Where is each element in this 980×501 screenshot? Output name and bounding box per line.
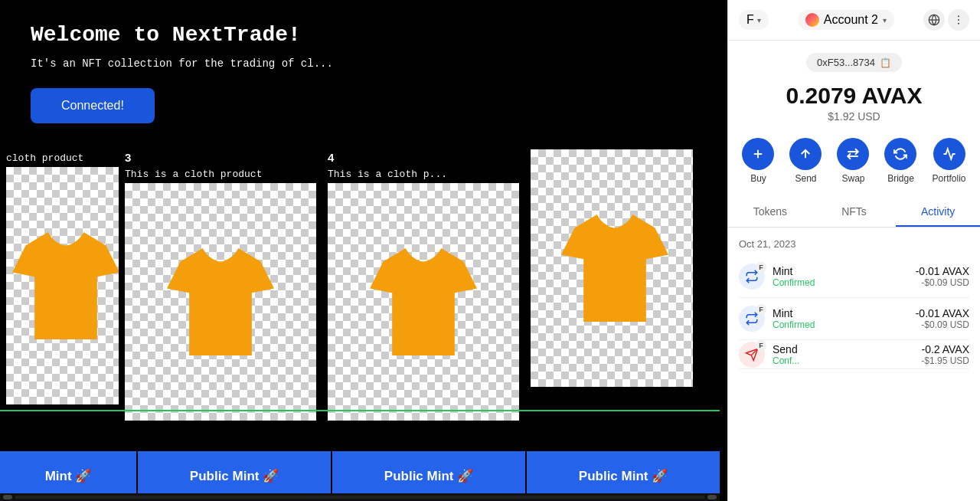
send-label: Send bbox=[795, 173, 816, 184]
swap-button[interactable] bbox=[837, 138, 869, 170]
mint-1-name: Mint bbox=[773, 265, 916, 277]
wallet-account-selector[interactable]: Account 2 ▾ bbox=[798, 10, 894, 30]
mint-2-info: Mint Confirmed bbox=[773, 307, 916, 330]
wallet-body: 0xF53...8734 📋 0.2079 AVAX $1.92 USD Buy bbox=[728, 41, 980, 501]
nft-card-2: 3 This is a cloth product bbox=[119, 149, 322, 421]
send-usd: -$1.95 USD bbox=[921, 355, 969, 366]
send-icon: F bbox=[739, 342, 765, 368]
tab-tokens[interactable]: Tokens bbox=[728, 198, 812, 227]
mint-2-usd: -$0.09 USD bbox=[916, 319, 969, 330]
connected-button[interactable]: Connected! bbox=[31, 88, 155, 123]
nft-card-2-number: 3 bbox=[119, 149, 322, 165]
buy-label: Buy bbox=[750, 173, 766, 184]
nft-card-1-label: cloth product bbox=[0, 149, 119, 167]
activity-section: Oct 21, 2023 F Mint Confirmed bbox=[728, 228, 980, 369]
nft-card-3-label: This is a cloth p... bbox=[322, 165, 524, 183]
mint-1-badge: F bbox=[756, 262, 766, 273]
bridge-label: Bridge bbox=[887, 173, 914, 184]
activity-date: Oct 21, 2023 bbox=[739, 228, 969, 256]
send-amount: -0.2 AVAX -$1.95 USD bbox=[921, 343, 969, 366]
bridge-button[interactable] bbox=[884, 138, 916, 170]
send-button[interactable] bbox=[789, 138, 822, 170]
wallet-network-selector[interactable]: F ▾ bbox=[739, 10, 769, 30]
balance-usd: $1.92 USD bbox=[786, 110, 923, 123]
nft-card-2-label: This is a cloth product bbox=[119, 165, 322, 183]
activity-item-mint-1[interactable]: F Mint Confirmed -0.01 AVAX -$0.09 USD bbox=[739, 256, 969, 298]
nft-card-4 bbox=[524, 149, 693, 421]
portfolio-label: Portfolio bbox=[932, 173, 965, 184]
portfolio-button[interactable] bbox=[933, 138, 965, 170]
svg-point-4 bbox=[958, 23, 959, 25]
wallet-action-buttons: Buy Send bbox=[734, 138, 973, 184]
swap-label: Swap bbox=[841, 173, 864, 184]
page-subtitle: It's an NFT collection for the trading o… bbox=[31, 57, 582, 70]
mint-2-name: Mint bbox=[773, 307, 916, 319]
scrollbar[interactable] bbox=[0, 493, 720, 501]
wallet-top-actions bbox=[923, 9, 969, 31]
mint-1-avax: -0.01 AVAX bbox=[916, 265, 969, 277]
nft-cards-row: cloth product 3 This is a cloth product … bbox=[0, 149, 720, 421]
copy-icon: 📋 bbox=[880, 57, 891, 68]
globe-icon-button[interactable] bbox=[923, 9, 945, 31]
mint-2-badge: F bbox=[756, 304, 766, 315]
mint-1-icon: F bbox=[739, 264, 765, 290]
send-avax: -0.2 AVAX bbox=[921, 343, 969, 355]
wallet-header: F ▾ Account 2 ▾ bbox=[728, 0, 980, 41]
buy-button[interactable] bbox=[742, 138, 774, 170]
account-name: Account 2 bbox=[824, 13, 878, 27]
tab-activity[interactable]: Activity bbox=[896, 198, 980, 227]
send-action: Send bbox=[789, 138, 822, 184]
buy-action: Buy bbox=[742, 138, 774, 184]
mint-2-status: Confirmed bbox=[773, 319, 916, 330]
account-avatar bbox=[805, 13, 819, 27]
svg-point-2 bbox=[958, 15, 959, 17]
svg-point-3 bbox=[958, 19, 959, 21]
network-label: F bbox=[746, 13, 754, 27]
green-line bbox=[0, 410, 720, 411]
send-status: Conf... bbox=[773, 355, 921, 366]
balance-amount: 0.2079 AVAX bbox=[786, 83, 923, 109]
mint-1-amount: -0.01 AVAX -$0.09 USD bbox=[916, 265, 969, 288]
mint-2-amount: -0.01 AVAX -$0.09 USD bbox=[916, 307, 969, 330]
mint-2-avax: -0.01 AVAX bbox=[916, 307, 969, 319]
portfolio-action: Portfolio bbox=[932, 138, 965, 184]
send-info: Send Conf... bbox=[773, 343, 921, 366]
account-chevron-icon: ▾ bbox=[883, 16, 887, 25]
menu-icon-button[interactable] bbox=[948, 9, 969, 31]
wallet-tabs: Tokens NFTs Activity bbox=[728, 198, 980, 228]
bridge-action: Bridge bbox=[884, 138, 916, 184]
activity-item-send[interactable]: F Send Conf... -0.2 AVAX -$1.95 USD bbox=[739, 340, 969, 369]
mint-1-info: Mint Confirmed bbox=[773, 265, 916, 288]
network-chevron-icon: ▾ bbox=[757, 16, 761, 25]
nft-card-3-number: 4 bbox=[322, 149, 524, 165]
send-badge: F bbox=[756, 340, 766, 351]
wallet-address-display[interactable]: 0xF53...8734 📋 bbox=[806, 53, 902, 72]
swap-action: Swap bbox=[837, 138, 869, 184]
nft-card-1: cloth product bbox=[0, 149, 119, 421]
address-text: 0xF53...8734 bbox=[817, 57, 875, 68]
send-name: Send bbox=[773, 343, 921, 355]
mint-1-usd: -$0.09 USD bbox=[916, 277, 969, 288]
mint-2-icon: F bbox=[739, 306, 765, 332]
nft-card-3: 4 This is a cloth p... bbox=[322, 149, 524, 421]
wallet-balance: 0.2079 AVAX $1.92 USD bbox=[786, 83, 923, 123]
mint-1-status: Confirmed bbox=[773, 277, 916, 288]
page-title: Welcome to NextTrade! bbox=[31, 23, 582, 47]
tab-nfts[interactable]: NFTs bbox=[812, 198, 897, 227]
wallet-panel: F ▾ Account 2 ▾ bbox=[727, 0, 980, 501]
activity-item-mint-2[interactable]: F Mint Confirmed -0.01 AVAX -$0.09 USD bbox=[739, 298, 969, 340]
